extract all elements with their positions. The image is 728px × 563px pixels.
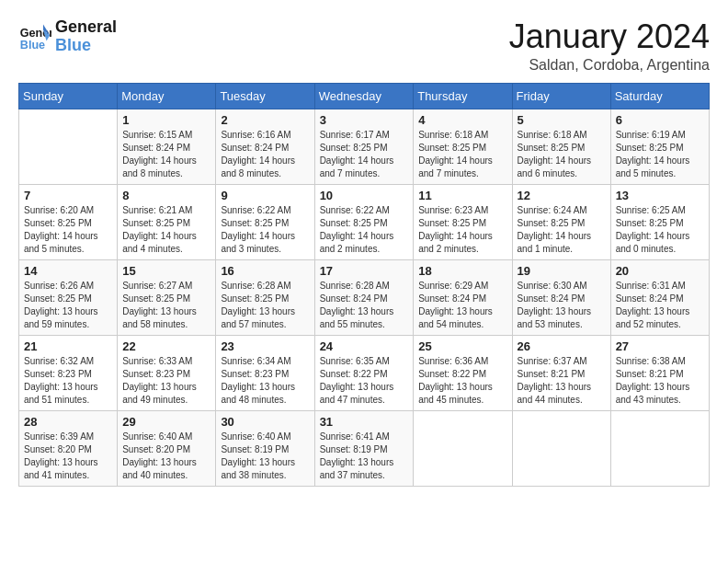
calendar-cell: 17Sunrise: 6:28 AM Sunset: 8:24 PM Dayli… bbox=[314, 259, 414, 335]
calendar-header: SundayMondayTuesdayWednesdayThursdayFrid… bbox=[19, 83, 710, 109]
calendar-cell: 8Sunrise: 6:21 AM Sunset: 8:25 PM Daylig… bbox=[118, 184, 216, 259]
day-info: Sunrise: 6:21 AM Sunset: 8:25 PM Dayligh… bbox=[122, 204, 210, 256]
day-number: 20 bbox=[616, 264, 704, 278]
calendar-cell: 25Sunrise: 6:36 AM Sunset: 8:22 PM Dayli… bbox=[414, 335, 512, 410]
day-number: 27 bbox=[616, 339, 704, 353]
day-header-tuesday: Tuesday bbox=[216, 83, 314, 109]
logo-line2: Blue bbox=[55, 37, 117, 55]
day-number: 22 bbox=[122, 339, 210, 353]
calendar-cell: 2Sunrise: 6:16 AM Sunset: 8:24 PM Daylig… bbox=[216, 109, 314, 184]
day-info: Sunrise: 6:36 AM Sunset: 8:22 PM Dayligh… bbox=[418, 355, 506, 407]
day-info: Sunrise: 6:17 AM Sunset: 8:25 PM Dayligh… bbox=[320, 129, 409, 180]
day-info: Sunrise: 6:16 AM Sunset: 8:24 PM Dayligh… bbox=[221, 129, 309, 180]
calendar-table: SundayMondayTuesdayWednesdayThursdayFrid… bbox=[18, 83, 710, 487]
day-number: 18 bbox=[418, 264, 506, 278]
calendar-week-1: 1Sunrise: 6:15 AM Sunset: 8:24 PM Daylig… bbox=[19, 109, 710, 184]
day-info: Sunrise: 6:25 AM Sunset: 8:25 PM Dayligh… bbox=[616, 204, 704, 256]
day-number: 1 bbox=[122, 113, 210, 127]
calendar-cell: 15Sunrise: 6:27 AM Sunset: 8:25 PM Dayli… bbox=[118, 259, 216, 335]
day-number: 16 bbox=[221, 264, 309, 278]
day-number: 7 bbox=[24, 189, 112, 202]
day-number: 21 bbox=[24, 339, 112, 353]
day-number: 13 bbox=[616, 189, 704, 202]
calendar-cell: 13Sunrise: 6:25 AM Sunset: 8:25 PM Dayli… bbox=[610, 184, 709, 259]
day-info: Sunrise: 6:34 AM Sunset: 8:23 PM Dayligh… bbox=[221, 355, 309, 407]
calendar-cell: 30Sunrise: 6:40 AM Sunset: 8:19 PM Dayli… bbox=[216, 410, 314, 486]
location-subtitle: Saldan, Cordoba, Argentina bbox=[509, 57, 710, 74]
logo-icon: General Blue bbox=[18, 20, 51, 53]
day-info: Sunrise: 6:31 AM Sunset: 8:24 PM Dayligh… bbox=[616, 280, 704, 331]
day-info: Sunrise: 6:35 AM Sunset: 8:22 PM Dayligh… bbox=[320, 355, 409, 407]
day-number: 2 bbox=[221, 113, 309, 127]
calendar-cell: 7Sunrise: 6:20 AM Sunset: 8:25 PM Daylig… bbox=[19, 184, 118, 259]
logo-line1: General bbox=[55, 18, 117, 37]
calendar-cell: 28Sunrise: 6:39 AM Sunset: 8:20 PM Dayli… bbox=[19, 410, 118, 486]
day-info: Sunrise: 6:22 AM Sunset: 8:25 PM Dayligh… bbox=[320, 204, 409, 256]
day-number: 9 bbox=[221, 189, 309, 202]
calendar-cell bbox=[19, 109, 118, 184]
day-number: 28 bbox=[24, 415, 112, 429]
day-info: Sunrise: 6:22 AM Sunset: 8:25 PM Dayligh… bbox=[221, 204, 309, 256]
day-number: 25 bbox=[418, 339, 506, 353]
calendar-cell: 21Sunrise: 6:32 AM Sunset: 8:23 PM Dayli… bbox=[19, 335, 118, 410]
calendar-cell: 24Sunrise: 6:35 AM Sunset: 8:22 PM Dayli… bbox=[314, 335, 414, 410]
calendar-cell: 5Sunrise: 6:18 AM Sunset: 8:25 PM Daylig… bbox=[512, 109, 610, 184]
day-number: 6 bbox=[616, 113, 704, 127]
calendar-cell: 14Sunrise: 6:26 AM Sunset: 8:25 PM Dayli… bbox=[19, 259, 118, 335]
day-number: 14 bbox=[24, 264, 112, 278]
day-info: Sunrise: 6:18 AM Sunset: 8:25 PM Dayligh… bbox=[418, 129, 506, 180]
day-number: 4 bbox=[418, 113, 506, 127]
logo: General Blue General Blue bbox=[18, 18, 117, 55]
page-header: General Blue General Blue January 2024 S… bbox=[18, 18, 710, 74]
calendar-cell: 18Sunrise: 6:29 AM Sunset: 8:24 PM Dayli… bbox=[414, 259, 512, 335]
day-info: Sunrise: 6:39 AM Sunset: 8:20 PM Dayligh… bbox=[24, 431, 112, 482]
day-number: 5 bbox=[518, 113, 606, 127]
day-info: Sunrise: 6:26 AM Sunset: 8:25 PM Dayligh… bbox=[24, 280, 112, 331]
calendar-cell: 26Sunrise: 6:37 AM Sunset: 8:21 PM Dayli… bbox=[512, 335, 610, 410]
day-number: 15 bbox=[122, 264, 210, 278]
title-block: January 2024 Saldan, Cordoba, Argentina bbox=[509, 18, 710, 74]
month-title: January 2024 bbox=[509, 18, 710, 55]
svg-text:Blue: Blue bbox=[20, 38, 45, 51]
day-number: 30 bbox=[221, 415, 309, 429]
calendar-cell: 20Sunrise: 6:31 AM Sunset: 8:24 PM Dayli… bbox=[610, 259, 709, 335]
day-info: Sunrise: 6:15 AM Sunset: 8:24 PM Dayligh… bbox=[122, 129, 210, 180]
day-header-sunday: Sunday bbox=[19, 83, 118, 109]
calendar-cell: 3Sunrise: 6:17 AM Sunset: 8:25 PM Daylig… bbox=[314, 109, 414, 184]
calendar-cell bbox=[512, 410, 610, 486]
day-info: Sunrise: 6:40 AM Sunset: 8:19 PM Dayligh… bbox=[221, 431, 309, 482]
calendar-cell: 22Sunrise: 6:33 AM Sunset: 8:23 PM Dayli… bbox=[118, 335, 216, 410]
calendar-cell: 4Sunrise: 6:18 AM Sunset: 8:25 PM Daylig… bbox=[414, 109, 512, 184]
day-info: Sunrise: 6:28 AM Sunset: 8:24 PM Dayligh… bbox=[320, 280, 409, 331]
day-info: Sunrise: 6:18 AM Sunset: 8:25 PM Dayligh… bbox=[518, 129, 606, 180]
day-number: 26 bbox=[518, 339, 606, 353]
day-number: 31 bbox=[320, 415, 409, 429]
calendar-cell: 23Sunrise: 6:34 AM Sunset: 8:23 PM Dayli… bbox=[216, 335, 314, 410]
calendar-cell: 10Sunrise: 6:22 AM Sunset: 8:25 PM Dayli… bbox=[314, 184, 414, 259]
calendar-cell: 19Sunrise: 6:30 AM Sunset: 8:24 PM Dayli… bbox=[512, 259, 610, 335]
day-number: 10 bbox=[320, 189, 409, 202]
calendar-cell: 12Sunrise: 6:24 AM Sunset: 8:25 PM Dayli… bbox=[512, 184, 610, 259]
calendar-cell: 1Sunrise: 6:15 AM Sunset: 8:24 PM Daylig… bbox=[118, 109, 216, 184]
calendar-cell: 31Sunrise: 6:41 AM Sunset: 8:19 PM Dayli… bbox=[314, 410, 414, 486]
day-number: 19 bbox=[518, 264, 606, 278]
day-number: 12 bbox=[518, 189, 606, 202]
calendar-week-5: 28Sunrise: 6:39 AM Sunset: 8:20 PM Dayli… bbox=[19, 410, 710, 486]
day-number: 8 bbox=[122, 189, 210, 202]
day-number: 17 bbox=[320, 264, 409, 278]
day-number: 24 bbox=[320, 339, 409, 353]
calendar-cell: 27Sunrise: 6:38 AM Sunset: 8:21 PM Dayli… bbox=[610, 335, 709, 410]
day-info: Sunrise: 6:28 AM Sunset: 8:25 PM Dayligh… bbox=[221, 280, 309, 331]
calendar-week-3: 14Sunrise: 6:26 AM Sunset: 8:25 PM Dayli… bbox=[19, 259, 710, 335]
day-header-thursday: Thursday bbox=[414, 83, 512, 109]
day-info: Sunrise: 6:30 AM Sunset: 8:24 PM Dayligh… bbox=[518, 280, 606, 331]
calendar-week-4: 21Sunrise: 6:32 AM Sunset: 8:23 PM Dayli… bbox=[19, 335, 710, 410]
day-info: Sunrise: 6:32 AM Sunset: 8:23 PM Dayligh… bbox=[24, 355, 112, 407]
calendar-cell: 6Sunrise: 6:19 AM Sunset: 8:25 PM Daylig… bbox=[610, 109, 709, 184]
calendar-cell bbox=[414, 410, 512, 486]
day-number: 11 bbox=[418, 189, 506, 202]
day-info: Sunrise: 6:19 AM Sunset: 8:25 PM Dayligh… bbox=[616, 129, 704, 180]
day-info: Sunrise: 6:41 AM Sunset: 8:19 PM Dayligh… bbox=[320, 431, 409, 482]
day-number: 29 bbox=[122, 415, 210, 429]
day-number: 3 bbox=[320, 113, 409, 127]
